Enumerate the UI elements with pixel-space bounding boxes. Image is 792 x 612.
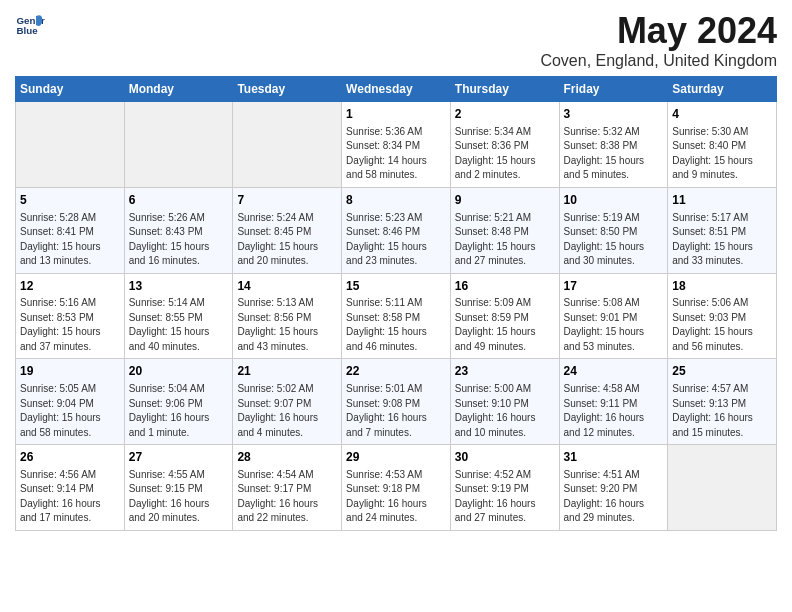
- day-info: Sunrise: 4:52 AM Sunset: 9:19 PM Dayligh…: [455, 468, 555, 526]
- calendar-cell: 30Sunrise: 4:52 AM Sunset: 9:19 PM Dayli…: [450, 445, 559, 531]
- day-info: Sunrise: 4:54 AM Sunset: 9:17 PM Dayligh…: [237, 468, 337, 526]
- day-info: Sunrise: 5:23 AM Sunset: 8:46 PM Dayligh…: [346, 211, 446, 269]
- calendar-week-row: 26Sunrise: 4:56 AM Sunset: 9:14 PM Dayli…: [16, 445, 777, 531]
- calendar-cell: 26Sunrise: 4:56 AM Sunset: 9:14 PM Dayli…: [16, 445, 125, 531]
- day-info: Sunrise: 5:08 AM Sunset: 9:01 PM Dayligh…: [564, 296, 664, 354]
- calendar-cell: 2Sunrise: 5:34 AM Sunset: 8:36 PM Daylig…: [450, 102, 559, 188]
- day-number: 30: [455, 449, 555, 466]
- day-info: Sunrise: 5:09 AM Sunset: 8:59 PM Dayligh…: [455, 296, 555, 354]
- day-info: Sunrise: 5:04 AM Sunset: 9:06 PM Dayligh…: [129, 382, 229, 440]
- calendar-table: SundayMondayTuesdayWednesdayThursdayFrid…: [15, 76, 777, 531]
- day-number: 12: [20, 278, 120, 295]
- calendar-cell: 23Sunrise: 5:00 AM Sunset: 9:10 PM Dayli…: [450, 359, 559, 445]
- day-number: 8: [346, 192, 446, 209]
- day-info: Sunrise: 5:19 AM Sunset: 8:50 PM Dayligh…: [564, 211, 664, 269]
- day-number: 21: [237, 363, 337, 380]
- calendar-cell: 11Sunrise: 5:17 AM Sunset: 8:51 PM Dayli…: [668, 187, 777, 273]
- calendar-header-row: SundayMondayTuesdayWednesdayThursdayFrid…: [16, 77, 777, 102]
- day-number: 10: [564, 192, 664, 209]
- calendar-cell: [124, 102, 233, 188]
- day-number: 27: [129, 449, 229, 466]
- calendar-cell: 8Sunrise: 5:23 AM Sunset: 8:46 PM Daylig…: [342, 187, 451, 273]
- day-number: 14: [237, 278, 337, 295]
- weekday-header: Saturday: [668, 77, 777, 102]
- calendar-cell: 3Sunrise: 5:32 AM Sunset: 8:38 PM Daylig…: [559, 102, 668, 188]
- calendar-cell: 25Sunrise: 4:57 AM Sunset: 9:13 PM Dayli…: [668, 359, 777, 445]
- day-info: Sunrise: 5:06 AM Sunset: 9:03 PM Dayligh…: [672, 296, 772, 354]
- day-info: Sunrise: 4:56 AM Sunset: 9:14 PM Dayligh…: [20, 468, 120, 526]
- day-info: Sunrise: 5:34 AM Sunset: 8:36 PM Dayligh…: [455, 125, 555, 183]
- day-info: Sunrise: 5:30 AM Sunset: 8:40 PM Dayligh…: [672, 125, 772, 183]
- calendar-cell: 6Sunrise: 5:26 AM Sunset: 8:43 PM Daylig…: [124, 187, 233, 273]
- day-info: Sunrise: 5:11 AM Sunset: 8:58 PM Dayligh…: [346, 296, 446, 354]
- calendar-cell: 27Sunrise: 4:55 AM Sunset: 9:15 PM Dayli…: [124, 445, 233, 531]
- day-number: 3: [564, 106, 664, 123]
- calendar-cell: [668, 445, 777, 531]
- day-number: 6: [129, 192, 229, 209]
- month-title: May 2024: [540, 10, 777, 52]
- calendar-week-row: 19Sunrise: 5:05 AM Sunset: 9:04 PM Dayli…: [16, 359, 777, 445]
- day-info: Sunrise: 4:53 AM Sunset: 9:18 PM Dayligh…: [346, 468, 446, 526]
- calendar-cell: 7Sunrise: 5:24 AM Sunset: 8:45 PM Daylig…: [233, 187, 342, 273]
- day-info: Sunrise: 5:32 AM Sunset: 8:38 PM Dayligh…: [564, 125, 664, 183]
- day-number: 16: [455, 278, 555, 295]
- calendar-cell: 5Sunrise: 5:28 AM Sunset: 8:41 PM Daylig…: [16, 187, 125, 273]
- day-info: Sunrise: 5:17 AM Sunset: 8:51 PM Dayligh…: [672, 211, 772, 269]
- calendar-cell: 20Sunrise: 5:04 AM Sunset: 9:06 PM Dayli…: [124, 359, 233, 445]
- calendar-cell: 21Sunrise: 5:02 AM Sunset: 9:07 PM Dayli…: [233, 359, 342, 445]
- day-number: 11: [672, 192, 772, 209]
- day-info: Sunrise: 5:26 AM Sunset: 8:43 PM Dayligh…: [129, 211, 229, 269]
- day-number: 2: [455, 106, 555, 123]
- day-number: 29: [346, 449, 446, 466]
- title-area: May 2024 Coven, England, United Kingdom: [540, 10, 777, 70]
- day-info: Sunrise: 4:58 AM Sunset: 9:11 PM Dayligh…: [564, 382, 664, 440]
- calendar-cell: [16, 102, 125, 188]
- calendar-week-row: 12Sunrise: 5:16 AM Sunset: 8:53 PM Dayli…: [16, 273, 777, 359]
- day-info: Sunrise: 5:05 AM Sunset: 9:04 PM Dayligh…: [20, 382, 120, 440]
- calendar-cell: 16Sunrise: 5:09 AM Sunset: 8:59 PM Dayli…: [450, 273, 559, 359]
- logo-icon: General Blue: [15, 10, 45, 40]
- day-number: 19: [20, 363, 120, 380]
- day-number: 1: [346, 106, 446, 123]
- day-info: Sunrise: 5:00 AM Sunset: 9:10 PM Dayligh…: [455, 382, 555, 440]
- day-info: Sunrise: 5:16 AM Sunset: 8:53 PM Dayligh…: [20, 296, 120, 354]
- day-number: 7: [237, 192, 337, 209]
- location-title: Coven, England, United Kingdom: [540, 52, 777, 70]
- weekday-header: Tuesday: [233, 77, 342, 102]
- day-number: 9: [455, 192, 555, 209]
- day-number: 5: [20, 192, 120, 209]
- calendar-cell: 4Sunrise: 5:30 AM Sunset: 8:40 PM Daylig…: [668, 102, 777, 188]
- calendar-cell: 9Sunrise: 5:21 AM Sunset: 8:48 PM Daylig…: [450, 187, 559, 273]
- calendar-cell: [233, 102, 342, 188]
- weekday-header: Monday: [124, 77, 233, 102]
- calendar-cell: 17Sunrise: 5:08 AM Sunset: 9:01 PM Dayli…: [559, 273, 668, 359]
- day-info: Sunrise: 5:24 AM Sunset: 8:45 PM Dayligh…: [237, 211, 337, 269]
- day-number: 24: [564, 363, 664, 380]
- calendar-cell: 24Sunrise: 4:58 AM Sunset: 9:11 PM Dayli…: [559, 359, 668, 445]
- day-number: 22: [346, 363, 446, 380]
- day-number: 31: [564, 449, 664, 466]
- calendar-cell: 1Sunrise: 5:36 AM Sunset: 8:34 PM Daylig…: [342, 102, 451, 188]
- day-number: 18: [672, 278, 772, 295]
- weekday-header: Thursday: [450, 77, 559, 102]
- calendar-cell: 15Sunrise: 5:11 AM Sunset: 8:58 PM Dayli…: [342, 273, 451, 359]
- day-number: 17: [564, 278, 664, 295]
- day-info: Sunrise: 5:13 AM Sunset: 8:56 PM Dayligh…: [237, 296, 337, 354]
- day-number: 15: [346, 278, 446, 295]
- logo: General Blue: [15, 10, 45, 40]
- calendar-cell: 28Sunrise: 4:54 AM Sunset: 9:17 PM Dayli…: [233, 445, 342, 531]
- day-number: 23: [455, 363, 555, 380]
- day-info: Sunrise: 4:55 AM Sunset: 9:15 PM Dayligh…: [129, 468, 229, 526]
- day-info: Sunrise: 4:51 AM Sunset: 9:20 PM Dayligh…: [564, 468, 664, 526]
- day-number: 26: [20, 449, 120, 466]
- day-number: 28: [237, 449, 337, 466]
- calendar-cell: 12Sunrise: 5:16 AM Sunset: 8:53 PM Dayli…: [16, 273, 125, 359]
- day-info: Sunrise: 4:57 AM Sunset: 9:13 PM Dayligh…: [672, 382, 772, 440]
- day-number: 25: [672, 363, 772, 380]
- calendar-week-row: 5Sunrise: 5:28 AM Sunset: 8:41 PM Daylig…: [16, 187, 777, 273]
- calendar-week-row: 1Sunrise: 5:36 AM Sunset: 8:34 PM Daylig…: [16, 102, 777, 188]
- day-info: Sunrise: 5:36 AM Sunset: 8:34 PM Dayligh…: [346, 125, 446, 183]
- calendar-cell: 18Sunrise: 5:06 AM Sunset: 9:03 PM Dayli…: [668, 273, 777, 359]
- calendar-cell: 14Sunrise: 5:13 AM Sunset: 8:56 PM Dayli…: [233, 273, 342, 359]
- day-number: 20: [129, 363, 229, 380]
